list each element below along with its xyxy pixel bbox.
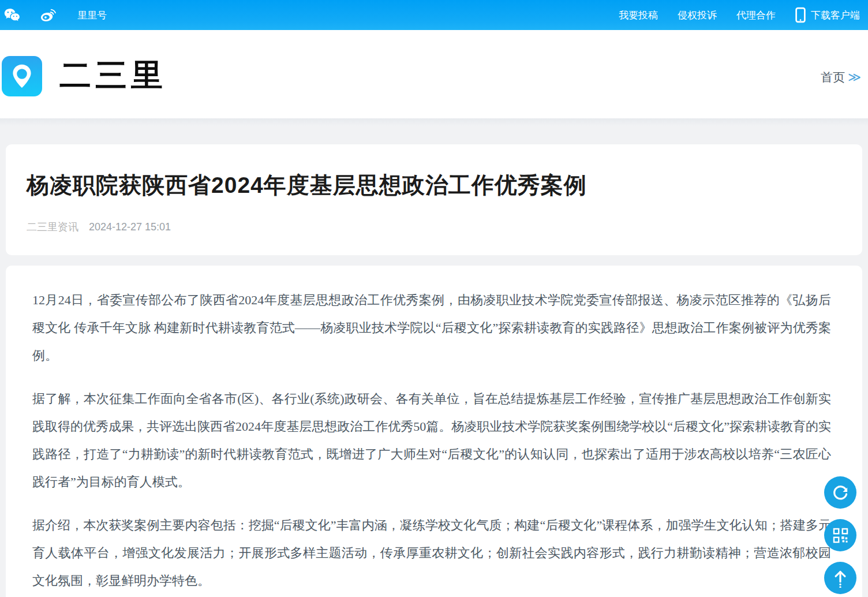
article-source: 二三里资讯 [27,220,78,234]
brand-header: 二三里 首页 ≫ [0,30,868,118]
breadcrumb[interactable]: 首页 ≫ [821,69,861,85]
submit-article-link[interactable]: 我要投稿 [619,9,658,22]
topbar-left-group: 里里号 [3,8,107,23]
refresh-icon [832,484,849,501]
article-paragraph: 据了解，本次征集工作面向全省各市(区)、各行业(系统)政研会、各有关单位，旨在总… [32,385,831,496]
article-title: 杨凌职院获陕西省2024年度基层思想政治工作优秀案例 [27,173,841,199]
arrow-up-icon [832,568,848,588]
agency-cooperation-link[interactable]: 代理合作 [736,9,776,22]
back-to-top-button[interactable] [824,562,856,594]
download-client-link[interactable]: 下载客户端 [795,7,860,23]
article-title-card: 杨凌职院获陕西省2024年度基层思想政治工作优秀案例 二三里资讯 2024-12… [6,144,862,255]
breadcrumb-home-link[interactable]: 首页 [821,69,845,85]
article-byline: 二三里资讯 2024-12-27 15:01 [27,220,841,234]
article-paragraph: 据介绍，本次获奖案例主要内容包括：挖掘“后稷文化”丰富内涵，凝练学校文化气质；构… [32,512,831,595]
download-client-label: 下载客户端 [811,9,860,22]
location-pin-icon [9,63,35,89]
article-datetime: 2024-12-27 15:01 [89,221,171,233]
breadcrumb-chevron-icon: ≫ [848,71,861,84]
site-logo[interactable] [2,56,42,96]
article-main: 杨凌职院获陕西省2024年度基层思想政治工作优秀案例 二三里资讯 2024-12… [0,144,868,597]
article-paragraph: 12月24日，省委宣传部公布了陕西省2024年度基层思想政治工作优秀案例，由杨凌… [32,286,831,370]
qrcode-icon [833,528,848,543]
floating-action-buttons [824,476,856,594]
qrcode-button[interactable] [824,519,856,551]
article-body-card: 12月24日，省委宣传部公布了陕西省2024年度基层思想政治工作优秀案例，由杨凌… [6,266,862,597]
header-shadow-strip [0,118,868,144]
brand-wordmark[interactable]: 二三里 [59,54,167,97]
topbar-right-nav: 我要投稿 侵权投诉 代理合作 下载客户端 [619,7,860,23]
infringement-complaint-link[interactable]: 侵权投诉 [678,9,717,22]
phone-icon [795,7,806,23]
weibo-icon[interactable] [39,8,57,23]
wechat-icon[interactable] [3,8,21,23]
top-bar: 里里号 我要投稿 侵权投诉 代理合作 下载客户端 [0,0,868,30]
channel-link[interactable]: 里里号 [77,9,107,22]
refresh-button[interactable] [824,476,856,509]
